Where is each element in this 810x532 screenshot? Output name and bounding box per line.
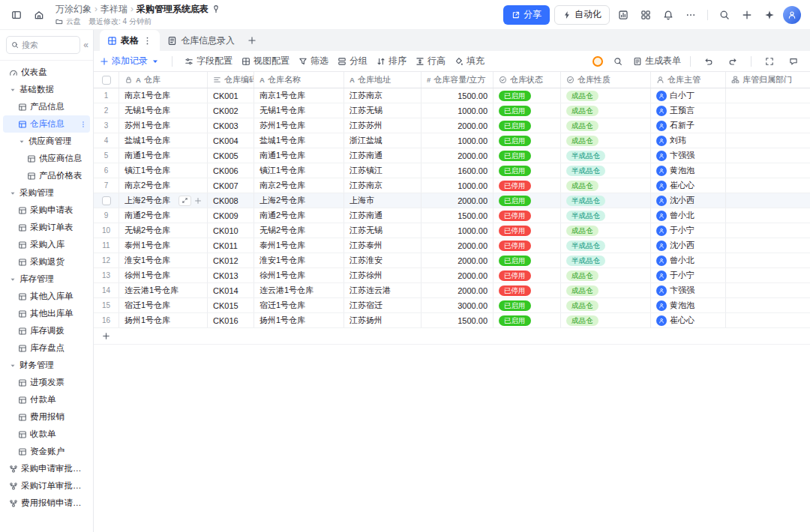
cell-department[interactable] <box>726 163 810 178</box>
row-head[interactable]: 3 <box>94 118 119 133</box>
cell-name[interactable]: 无锡1号仓库 <box>254 103 344 118</box>
cell-department[interactable] <box>726 103 810 118</box>
generate-form-button[interactable]: 生成表单 <box>633 55 681 67</box>
cell-manager[interactable]: 曾小北 <box>651 208 726 223</box>
cell-code[interactable]: CK014 <box>208 283 254 297</box>
cell-capacity[interactable]: 1000.00 <box>422 178 494 193</box>
cell-code[interactable]: CK002 <box>208 103 254 118</box>
cell-department[interactable] <box>726 208 810 223</box>
table-row[interactable]: 10无锡2号仓库CK010无锡2号仓库江苏无锡1000.00已停用成品仓于小宁 <box>94 223 810 238</box>
undo-icon[interactable] <box>700 52 718 70</box>
cell-code[interactable]: CK013 <box>208 268 254 282</box>
cell-code[interactable]: CK005 <box>208 148 254 163</box>
cell-department[interactable] <box>726 88 810 103</box>
table-row[interactable]: 14连云港1号仓库CK014连云港1号仓库江苏连云港2000.00已停用成品仓卞… <box>94 283 810 298</box>
cell-capacity[interactable]: 2000.00 <box>422 268 494 282</box>
cell-warehouse[interactable]: 南京1号仓库 <box>119 88 208 103</box>
cell-department[interactable] <box>726 238 810 253</box>
row-head[interactable]: 10 <box>94 223 119 238</box>
cell-nature[interactable]: 成品仓 <box>561 118 651 133</box>
cell-status[interactable]: 已启用 <box>494 163 561 178</box>
row-head[interactable]: 5 <box>94 148 119 163</box>
home-icon[interactable] <box>30 6 48 24</box>
sidebar-item[interactable]: 采购订单表 <box>3 219 90 236</box>
cell-capacity[interactable]: 2000.00 <box>422 283 494 297</box>
cell-department[interactable] <box>726 148 810 163</box>
row-checkbox[interactable] <box>102 196 111 205</box>
cell-name[interactable]: 盐城1号仓库 <box>254 133 344 148</box>
search-records-icon[interactable] <box>609 52 627 70</box>
sidebar-item[interactable]: 费用报销申请结果... <box>3 495 90 512</box>
add-record-button[interactable]: 添加记录 <box>100 55 160 67</box>
sidebar-item[interactable]: 收款单 <box>3 426 90 443</box>
toolbar-button[interactable]: 填充 <box>454 55 484 67</box>
cell-address[interactable]: 浙江盐城 <box>344 133 422 148</box>
cell-name[interactable]: 淮安1号仓库 <box>254 253 344 267</box>
select-all-checkbox[interactable] <box>102 76 111 85</box>
cell-manager[interactable]: 曾小北 <box>651 253 726 267</box>
cell-status[interactable]: 已启用 <box>494 313 561 327</box>
cell-code[interactable]: CK015 <box>208 298 254 312</box>
view-menu-icon[interactable] <box>142 36 152 46</box>
cell-warehouse[interactable]: 徐州1号仓库 <box>119 268 208 282</box>
cell-warehouse[interactable]: 南通1号仓库 <box>119 148 208 163</box>
cell-name[interactable]: 南京1号仓库 <box>254 88 344 103</box>
cell-address[interactable]: 江苏泰州 <box>344 238 422 253</box>
column-header[interactable]: 仓库性质 <box>561 72 651 88</box>
cell-manager[interactable]: 崔心心 <box>651 178 726 193</box>
row-head[interactable]: 6 <box>94 163 119 178</box>
table-row[interactable]: 15宿迁1号仓库CK015宿迁1号仓库江苏宿迁3000.00已启用成品仓黄泡泡 <box>94 298 810 313</box>
column-header[interactable]: 仓库编码 <box>208 72 254 88</box>
notifications-bell-icon[interactable] <box>659 6 677 24</box>
row-head[interactable]: 9 <box>94 208 119 223</box>
cell-manager[interactable]: 王预言 <box>651 103 726 118</box>
cell-nature[interactable]: 成品仓 <box>561 313 651 327</box>
cell-department[interactable] <box>726 268 810 282</box>
cell-nature[interactable]: 成品仓 <box>561 283 651 297</box>
table-row[interactable]: 12淮安1号仓库CK012淮安1号仓库江苏淮安2000.00已启用半成品仓曾小北 <box>94 253 810 268</box>
column-header[interactable]: #仓库容量/立方 <box>422 72 494 88</box>
share-button[interactable]: 分享 <box>503 5 550 25</box>
cell-status[interactable]: 已启用 <box>494 148 561 163</box>
toolbar-button[interactable]: 视图配置 <box>242 55 290 67</box>
cell-name[interactable]: 南通2号仓库 <box>254 208 344 223</box>
cell-code[interactable]: CK003 <box>208 118 254 133</box>
row-head[interactable]: 13 <box>94 268 119 282</box>
column-header[interactable]: 库管归属部门 <box>726 72 810 88</box>
cell-status[interactable]: 已停用 <box>494 283 561 297</box>
cell-capacity[interactable]: 3000.00 <box>422 298 494 312</box>
cell-warehouse[interactable]: 南京2号仓库 <box>119 178 208 193</box>
cell-capacity[interactable]: 1500.00 <box>422 208 494 223</box>
row-head[interactable]: 12 <box>94 253 119 267</box>
cell-address[interactable]: 江苏宿迁 <box>344 298 422 312</box>
column-header[interactable]: 仓库状态 <box>494 72 561 88</box>
sidebar-item[interactable]: 库存调拨 <box>3 322 90 339</box>
cell-warehouse[interactable]: 上海2号仓库 <box>119 193 208 208</box>
cell-address[interactable]: 上海市 <box>344 193 422 208</box>
cell-address[interactable]: 江苏苏州 <box>344 118 422 133</box>
sidebar-item[interactable]: 采购订单审批结果... <box>3 477 90 495</box>
sidebar-item[interactable]: 仓库信息 <box>3 115 90 133</box>
cell-code[interactable]: CK006 <box>208 163 254 178</box>
row-head[interactable]: 2 <box>94 103 119 118</box>
cell-warehouse[interactable]: 连云港1号仓库 <box>119 283 208 297</box>
cell-status[interactable]: 已启用 <box>494 193 561 208</box>
row-head[interactable] <box>94 193 119 208</box>
cell-warehouse[interactable]: 南通2号仓库 <box>119 208 208 223</box>
row-head[interactable]: 1 <box>94 88 119 103</box>
cell-warehouse[interactable]: 无锡2号仓库 <box>119 223 208 238</box>
cell-code[interactable]: CK008 <box>208 193 254 208</box>
cell-department[interactable] <box>726 223 810 238</box>
add-view-tab-button[interactable] <box>242 30 262 51</box>
cell-capacity[interactable]: 2000.00 <box>422 253 494 267</box>
cell-name[interactable]: 上海2号仓库 <box>254 193 344 208</box>
cell-name[interactable]: 镇江1号仓库 <box>254 163 344 178</box>
cell-capacity[interactable]: 2000.00 <box>422 118 494 133</box>
cell-status[interactable]: 已启用 <box>494 103 561 118</box>
cell-manager[interactable]: 于小宁 <box>651 223 726 238</box>
cell-nature[interactable]: 成品仓 <box>561 103 651 118</box>
cell-department[interactable] <box>726 253 810 267</box>
cell-warehouse[interactable]: 镇江1号仓库 <box>119 163 208 178</box>
cell-warehouse[interactable]: 无锡1号仓库 <box>119 103 208 118</box>
table-row[interactable]: 3苏州1号仓库CK003苏州1号仓库江苏苏州2000.00已启用成品仓石新子 <box>94 118 810 133</box>
